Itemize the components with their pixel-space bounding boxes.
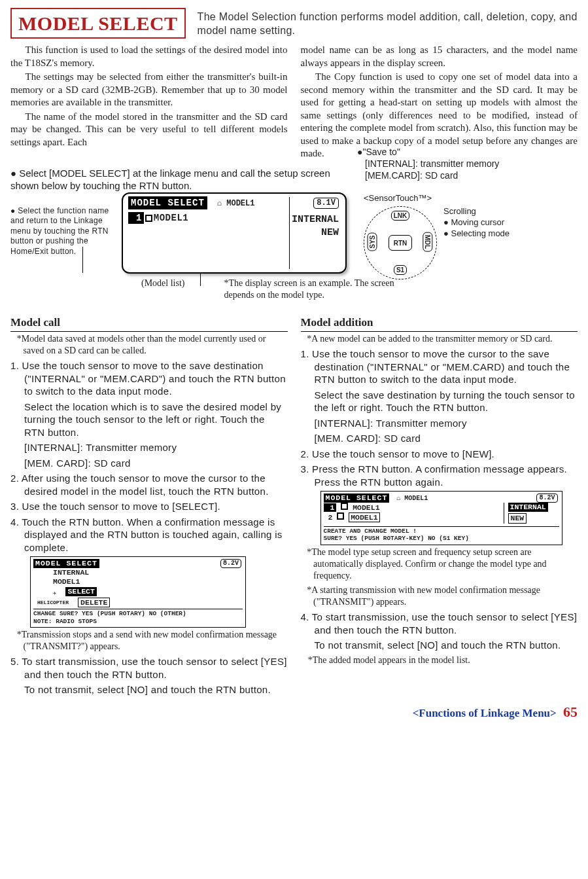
lcd-divider [289,197,290,269]
save-to-heading: ●"Save to" [357,146,566,158]
lcd-text: INTERNAL [33,568,243,577]
lcd-voltage: 8.1V [313,198,339,209]
footer-section: <Functions of Linkage Menu> [413,707,557,719]
page-title: MODEL SELECT [10,8,186,39]
added-model-note: *The added model appears in the model li… [301,655,578,666]
step-text: To not transmit, select [NO] and touch t… [301,639,578,652]
save-to-internal: [INTERNAL]: transmitter memory [357,158,566,170]
memory-sdcard: [MEM. CARD]: SD card [301,432,578,445]
memory-internal: [INTERNAL]: Transmitter memory [301,417,578,430]
page-number: 65 [563,704,578,720]
example-screen-note: *The display screen is an example. The s… [224,278,421,301]
step-text: 4. Touch the RTN button. When a confirma… [10,516,288,554]
step-text: 5. To start transmission, use the touch … [10,655,288,681]
wheel-rtn: RTN [389,235,412,251]
lcd-top-model: MODEL1 [226,199,254,208]
transmit-note: *Transmission stops and a send with new … [10,629,288,653]
lcd-title: MODEL SELECT [324,493,390,503]
lcd-row-num: 1 [128,212,144,224]
lcd-msg: CREATE AND CHANGE MODEL ! [324,526,559,535]
step-text: 3. Use the touch sensor to move to [SELE… [10,500,288,513]
lcd-voltage: 8.2V [536,493,557,503]
lcd-model: MODEL1 [349,512,379,522]
sensor-moving: ● Moving cursor [443,217,510,228]
memory-sdcard: [MEM. CARD]: SD card [10,457,288,470]
wheel-sys: SYS [368,233,377,251]
model-addition-heading: Model addition [301,315,578,332]
intro-paragraph: The settings may be selected from either… [10,71,288,109]
lcd-msg: NOTE: RADIO STOPS [33,618,243,625]
step-text: 4. To start transmission, use the touch … [301,611,578,636]
step-text: 1. Use the touch sensor to move the curs… [301,348,578,386]
return-note: ● Select the function name and return to… [10,206,115,257]
intro-paragraph: model name can be as long as 15 characte… [301,44,578,69]
sensor-selecting: ● Selecting mode [443,228,510,240]
lcd-screen-small: MODEL SELECT 8.2V INTERNAL MODEL1 ✈ SELE… [30,556,246,628]
wheel-lnk: LNK [391,211,410,221]
step-text: Select the save destination by turning t… [301,389,578,414]
step-text: To not transmit, select [NO] and touch t… [10,683,288,696]
lcd-screen: MODEL SELECT ⌂ MODEL1 8.1V 1 MODEL1 INTE… [122,192,347,274]
sensor-touch-title: <SensorTouch™> [364,193,579,204]
step-text: 2. Use the touch sensor to move to [NEW]… [301,448,578,461]
step-text: Select the location which is to save the… [10,401,288,439]
lcd-model-name: MODEL1 [154,212,188,224]
lcd-msg: SURE? YES (PUSH ROTARY-KEY) NO (S1 KEY) [324,535,559,542]
lcd-delete: DELETE [78,598,110,608]
wheel-mdl: MDL [423,232,433,252]
save-to-memcard: [MEM.CARD]: SD card [357,170,566,181]
lcd-title: MODEL SELECT [33,559,99,568]
lcd-top-model: MODEL1 [404,495,428,502]
model-call-heading: Model call [10,315,288,332]
lcd-screen-small: MODEL SELECT ⌂ MODEL1 8.2V 1 MODEL1 2 MO… [320,491,562,545]
lcd-voltage: 8.2V [220,559,241,568]
model-call-note: *Model data saved at models other than t… [10,333,288,357]
page-subtitle: The Model Selection function performs mo… [198,8,578,38]
wheel-s1: S1 [394,265,407,275]
setup-note: *The model type setup screen and frequen… [301,547,578,583]
leader-line [82,247,83,273]
model-list-caption: (Model list) [141,278,185,301]
intro-paragraph: The name of the model stored in the tran… [10,111,288,149]
lcd-title: MODEL SELECT [128,196,207,209]
lcd-helicopter: HELICOPTER [37,600,69,606]
step-text: 1. Use the touch sensor to move to the s… [10,359,288,398]
lcd-msg: CHANGE SURE? YES (PUSH ROTARY) NO (OTHER… [33,609,243,617]
transmit-note: *A starting transmission with new model … [301,584,578,608]
lcd-text: MODEL1 [33,577,243,586]
intro-paragraph: This function is used to load the settin… [10,44,288,69]
model-icon [145,215,152,222]
lcd-new: NEW [508,513,527,524]
lcd-model: MODEL1 [353,503,379,512]
sensor-wheel-diagram: LNK RTN S1 SYS MDL [364,206,437,279]
sensor-scrolling: Scrolling [443,206,510,217]
setup-instruction: ● Select [MODEL SELECT] at the linkage m… [10,167,351,192]
lcd-internal: INTERNAL [508,503,548,512]
lcd-internal-label: INTERNAL [292,213,339,226]
memory-internal: [INTERNAL]: Transmitter memory [10,441,288,454]
step-text: 2. After using the touch sensor to move … [10,472,288,497]
lcd-new-label: NEW [321,226,339,240]
step-text: 3. Press the RTN button. A confirmation … [301,463,578,488]
lcd-select: SELECT [65,587,96,596]
model-add-note: *A new model can be added to the transmi… [301,333,578,345]
